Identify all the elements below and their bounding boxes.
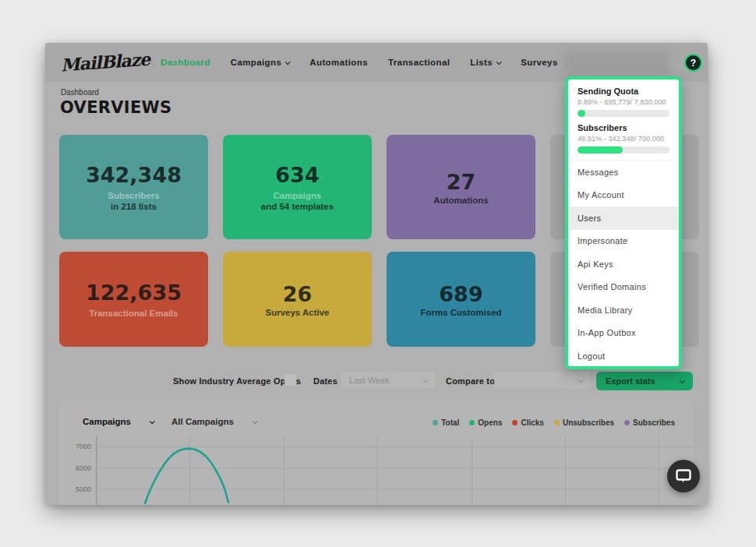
card-sublabel: Surveys Active [265,308,329,317]
industry-average-checkbox[interactable] [284,374,296,386]
quota-progressbar [578,146,669,154]
chat-widget-button[interactable] [667,460,700,492]
account-name-blurred[interactable] [565,51,669,73]
card-surveys-active[interactable]: 26 Surveys Active [223,252,372,347]
legend-dot [433,420,438,425]
menu-item-in-app-outbox[interactable]: In-App Outbox [568,322,679,345]
total-line-path [145,449,228,503]
quota-detail: 8.89% - 695,779/ 7,830,000 [578,98,669,106]
compare-to-select[interactable] [494,372,590,389]
account-dropdown-menu: Sending Quota 8.89% - 695,779/ 7,830,000… [565,76,682,369]
quota-title: Subscribers [578,123,669,132]
menu-item-verified-domains[interactable]: Verified Domains [568,276,679,299]
card-campaigns[interactable]: 634 Campaigns and 54 templates [223,135,372,239]
menu-item-api-keys[interactable]: Api Keys [568,252,679,276]
card-label: Campaigns [274,191,322,200]
quota-detail: 48.91% - 342,348/ 700,000 [578,135,669,143]
nav-surveys[interactable]: Surveys [521,58,558,67]
chevron-down-icon [285,59,291,65]
nav-lists[interactable]: Lists [470,58,500,67]
quota-sending: Sending Quota 8.89% - 695,779/ 7,830,000… [568,79,679,154]
nav-automations[interactable]: Automations [309,58,368,67]
dates-label: Dates [313,374,337,388]
industry-average-label: Show Industry Average Opens [173,374,301,388]
quota-progress-fill [578,110,585,117]
legend-total[interactable]: Total [433,418,459,427]
menu-item-my-account[interactable]: My Account [568,184,679,207]
menu-item-media-library[interactable]: Media Library [568,298,679,322]
card-value: 122,635 [86,281,182,305]
legend-dot [554,420,560,425]
chevron-down-icon [496,59,502,65]
card-value: 634 [275,163,319,187]
card-value: 26 [283,282,313,306]
card-forms-customised[interactable]: 689 Forms Customised [387,252,535,347]
quota-progressbar [578,110,669,117]
chart-legend: Total Opens Clicks Unsubscribes Subscrib… [433,418,675,427]
page-title: OVERVIEWS [60,98,171,117]
legend-subscribes[interactable]: Subscribes [624,418,675,427]
card-sublabel: Automations [433,196,488,205]
y-axis-tick: 5000 [66,485,91,493]
card-value: 27 [447,170,476,194]
breadcrumb: Dashboard [61,88,99,97]
legend-dot [512,420,518,425]
card-sublabel: Forms Customised [420,308,501,317]
card-label: Transactional Emails [89,309,178,318]
compare-to-label: Compare to [446,374,495,388]
card-sublabel: in 218 lists [111,202,157,211]
card-value: 342,348 [86,163,182,187]
menu-item-users[interactable]: Users [568,206,679,230]
quota-progress-fill [578,146,623,154]
y-axis-tick: 6000 [66,464,91,472]
mailblaze-logo[interactable]: MailBlaze [60,50,140,76]
card-sublabel: and 54 templates [261,202,334,211]
legend-clicks[interactable]: Clicks [512,418,543,427]
nav-transactional[interactable]: Transactional [388,58,450,67]
chat-bubble-icon [675,468,692,484]
help-icon[interactable]: ? [684,54,702,72]
stats-chart-card: Campaigns All Campaigns Total Opens Clic… [59,400,694,505]
chevron-down-icon [150,418,155,424]
account-menu-list: Messages My Account Users Impersonate Ap… [568,160,679,368]
nav-campaigns[interactable]: Campaigns [231,58,290,67]
app-window: MailBlaze Dashboard Campaigns Automation… [45,43,708,505]
legend-unsubscribes[interactable]: Unsubscribes [554,418,614,427]
chevron-down-icon [680,378,685,383]
y-axis-tick: 7000 [66,443,91,450]
menu-item-logout[interactable]: Logout [568,344,679,368]
line-chart-plot [96,436,696,505]
legend-opens[interactable]: Opens [469,418,502,427]
card-label: Subscribers [108,191,159,200]
menu-item-messages[interactable]: Messages [568,161,679,184]
card-subscribers[interactable]: 342,348 Subscribers in 218 lists [59,135,208,239]
chevron-down-icon [578,377,584,383]
nav-dashboard[interactable]: Dashboard [161,58,210,67]
legend-dot [469,420,475,425]
chart-type-select[interactable]: Campaigns [83,417,154,426]
export-stats-button[interactable]: Export stats [596,372,693,390]
main-nav: Dashboard Campaigns Automations Transact… [161,58,558,67]
legend-dot [624,420,630,425]
campaign-filter-select[interactable]: All Campaigns [171,417,256,426]
card-value: 689 [439,282,482,306]
card-transactional-emails[interactable]: 122,635 Transactional Emails [59,252,208,347]
menu-item-impersonate[interactable]: Impersonate [568,230,679,253]
chevron-down-icon [423,377,429,383]
chevron-down-icon [253,418,258,424]
dates-select[interactable]: Last Week [341,372,435,389]
card-automations[interactable]: 27 Automations [387,135,535,239]
quota-title: Sending Quota [578,86,669,96]
